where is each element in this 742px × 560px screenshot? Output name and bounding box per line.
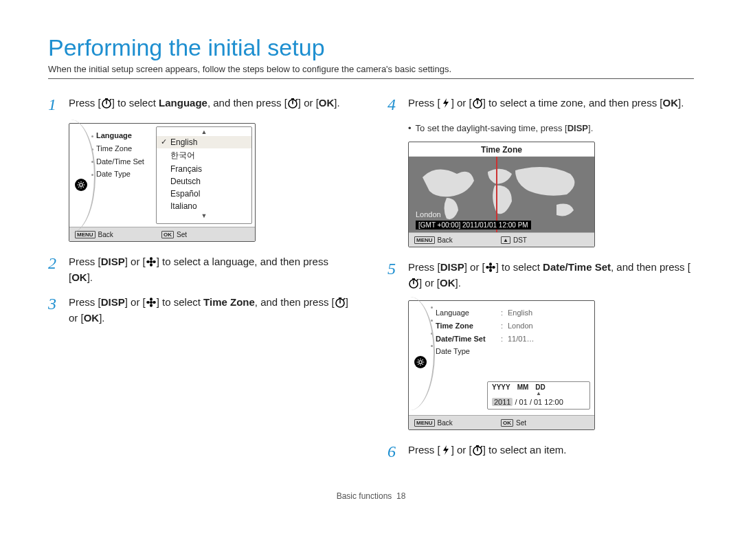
- ok-icon: OK: [84, 312, 100, 324]
- timer-icon: [287, 98, 298, 109]
- language-options: ▲ English 한국어 Français Deutsch Español I…: [156, 126, 252, 224]
- rule: [48, 78, 694, 79]
- step-number: 1: [48, 96, 59, 113]
- step-5: 5 Press [DISP] or [] to select Date/Time…: [387, 260, 694, 291]
- step-number: 6: [387, 443, 398, 460]
- step-number: 5: [387, 260, 398, 291]
- table-row: Date/Time Set:11/01…: [416, 333, 594, 346]
- disp-icon: DISP: [101, 296, 125, 308]
- flash-icon: [440, 98, 451, 109]
- flower-icon: [485, 262, 496, 273]
- timer-icon: [472, 445, 483, 456]
- step-number: 3: [48, 295, 59, 326]
- step-text: Press [] to select Language, and then pr…: [69, 96, 355, 113]
- ok-icon: OK: [440, 277, 456, 289]
- menu-icon: MENU: [414, 236, 435, 244]
- step-text: Press [DISP] or [] to select Time Zone, …: [69, 295, 355, 326]
- chevron-up-icon: ▲: [488, 391, 589, 396]
- disp-icon: DISP: [101, 256, 125, 267]
- note: To set the daylight-saving time, press […: [408, 123, 694, 133]
- lcd-status-bar: MENUBack OKSet: [409, 415, 594, 429]
- page-footer: Basic functions 18: [48, 491, 694, 501]
- timer-icon: [101, 98, 112, 109]
- lcd-title: Time Zone: [409, 142, 594, 157]
- page-subtitle: When the initial setup screen appears, f…: [48, 64, 694, 74]
- step-4: 4 Press [] or [] to select a time zone, …: [387, 96, 694, 113]
- lcd-datetime: Language:English Time Zone:London Date/T…: [408, 300, 595, 430]
- world-map: London [GMT +00:00] 2011/01/01 12:00 PM: [409, 157, 594, 232]
- table-row: Date Type: [416, 345, 594, 358]
- flower-icon: [146, 297, 157, 308]
- lcd-timezone: Time Zone London [GMT +00:00] 2011/01/01…: [408, 142, 595, 247]
- step-3: 3 Press [DISP] or [] to select Time Zone…: [48, 295, 355, 326]
- city-label: London: [416, 210, 441, 219]
- disp-icon: DISP: [567, 123, 588, 133]
- flower-icon: [146, 256, 157, 267]
- step-number: 2: [48, 254, 59, 285]
- flash-icon: [440, 445, 451, 456]
- timer-icon: [335, 297, 346, 308]
- menu-icon: MENU: [75, 231, 95, 238]
- timer-icon: [408, 278, 419, 289]
- lcd-language: Language Time Zone Date/Time Set Date Ty…: [69, 123, 256, 242]
- up-icon: ▲: [501, 236, 510, 244]
- step-2: 2 Press [DISP] or [] to select a languag…: [48, 254, 355, 285]
- ok-icon: OK: [319, 97, 335, 109]
- chevron-down-icon: ▼: [157, 212, 251, 220]
- step-text: Press [DISP] or [] to select a language,…: [69, 254, 355, 285]
- menu-icon: MENU: [414, 419, 435, 427]
- option: Français: [157, 163, 251, 175]
- timer-icon: [472, 98, 483, 109]
- ok-icon: OK: [71, 271, 87, 283]
- step-6: 6 Press [] or [] to select an item.: [387, 443, 694, 460]
- lcd-status-bar: MENUBack OKSet: [69, 227, 255, 241]
- datetime-label: [GMT +00:00] 2011/01/01 12:00 PM: [416, 221, 531, 229]
- step-number: 4: [387, 96, 398, 113]
- option: Deutsch: [157, 175, 251, 188]
- ok-icon: OK: [161, 231, 174, 238]
- disp-icon: DISP: [440, 261, 464, 273]
- table-row: Time Zone:London: [416, 320, 594, 333]
- option-selected: English: [157, 136, 251, 148]
- ok-icon: OK: [501, 419, 513, 427]
- year-selected: 2011: [492, 398, 513, 406]
- option: 한국어: [157, 148, 251, 163]
- step-text: Press [DISP] or [] to select Date/Time S…: [408, 260, 694, 291]
- table-row: Language:English: [416, 306, 594, 320]
- chevron-up-icon: ▲: [157, 128, 251, 136]
- step-text: Press [] or [] to select a time zone, an…: [408, 96, 694, 113]
- option: Italiano: [157, 200, 251, 212]
- step-1: 1 Press [] to select Language, and then …: [48, 96, 355, 113]
- step-text: Press [] or [] to select an item.: [408, 443, 694, 460]
- lcd-status-bar: MENUBack ▲DST: [409, 232, 594, 247]
- ok-icon: OK: [663, 97, 679, 109]
- page-title: Performing the initial setup: [48, 34, 694, 61]
- option: Español: [157, 188, 251, 200]
- date-editor: YYYY MM DD ▲ 2011 / 01 / 01 12:00: [487, 381, 590, 410]
